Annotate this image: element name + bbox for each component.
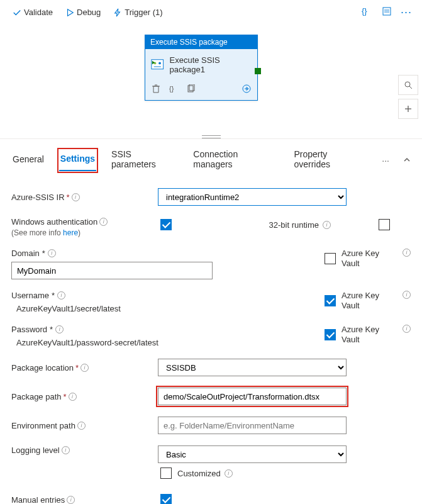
check-icon xyxy=(13,8,21,17)
info-icon[interactable] xyxy=(57,291,65,300)
password-label: Password xyxy=(11,325,47,334)
canvas-side-rail xyxy=(398,75,418,119)
lightning-icon xyxy=(113,8,122,17)
tab-ssis-parameters[interactable]: SSIS parameters xyxy=(110,145,178,176)
domain-input[interactable] xyxy=(11,262,213,279)
svg-text:{}: {} xyxy=(362,6,367,16)
svg-point-12 xyxy=(405,82,410,87)
svg-rect-1 xyxy=(383,8,391,15)
username-akv-checkbox[interactable] xyxy=(325,295,336,306)
domain-akv-checkbox[interactable] xyxy=(325,253,336,264)
package-location-label: Package location xyxy=(11,363,74,372)
windows-auth-label: Windows authentication xyxy=(11,217,97,227)
username-value: AzureKeyVault1/secret/latest xyxy=(11,304,317,313)
windows-auth-subtext: (See more info here) xyxy=(11,228,153,237)
info-icon[interactable] xyxy=(62,446,70,454)
tab-connection-managers[interactable]: Connection managers xyxy=(192,145,279,176)
package-location-select[interactable]: SSISDB xyxy=(158,359,347,376)
info-icon[interactable] xyxy=(55,325,64,333)
settings-form: Azure-SSIS IR * integrationRuntime2 Wind… xyxy=(0,176,422,504)
info-icon[interactable] xyxy=(99,218,108,226)
info-icon[interactable] xyxy=(67,496,75,504)
svg-line-13 xyxy=(409,86,412,89)
overflow-menu[interactable]: ··· xyxy=(398,6,414,19)
runtime32-checkbox[interactable] xyxy=(379,219,390,230)
svg-point-6 xyxy=(158,62,161,65)
node-title: Execute SSIS package1 xyxy=(170,55,252,74)
delete-icon[interactable] xyxy=(152,84,160,95)
package-path-label: Package path xyxy=(11,392,62,401)
password-value: AzureKeyVault1/password-secret/latest xyxy=(11,338,317,347)
validate-button[interactable]: Validate xyxy=(8,5,58,20)
node-output-connector[interactable] xyxy=(255,68,261,74)
password-akv-checkbox[interactable] xyxy=(325,329,336,340)
info-icon[interactable] xyxy=(77,422,86,430)
domain-label: Domain xyxy=(11,249,40,258)
pipeline-canvas: Execute SSIS package Execute SSIS packag… xyxy=(0,25,422,135)
manual-entries-label: Manual entries xyxy=(11,495,65,505)
braces-icon[interactable]: {} xyxy=(169,84,178,95)
package-path-input[interactable] xyxy=(158,388,347,405)
username-label: Username xyxy=(11,291,49,300)
run-arrow-icon[interactable] xyxy=(242,84,251,95)
tab-bar: General Settings SSIS parameters Connect… xyxy=(0,138,422,176)
akv-label: Azure Key Vault xyxy=(341,325,397,344)
info-icon[interactable] xyxy=(48,249,56,257)
svg-rect-4 xyxy=(152,60,164,69)
tab-property-overrides[interactable]: Property overrides xyxy=(292,145,365,176)
logging-customized-checkbox[interactable] xyxy=(160,468,172,479)
info-icon[interactable] xyxy=(403,291,411,299)
info-icon[interactable] xyxy=(81,364,89,372)
trigger-button[interactable]: Trigger (1) xyxy=(108,5,167,20)
azure-ssis-ir-label: Azure-SSIS IR xyxy=(11,193,65,202)
copy-icon[interactable] xyxy=(187,84,196,95)
logging-customized-label: Customized xyxy=(177,469,221,478)
debug-label: Debug xyxy=(77,8,101,17)
info-icon[interactable] xyxy=(403,325,411,333)
see-more-info-link[interactable]: here xyxy=(63,228,78,237)
info-icon[interactable] xyxy=(225,469,233,478)
debug-button[interactable]: Debug xyxy=(60,5,106,20)
collapse-panel-button[interactable] xyxy=(403,155,411,165)
manual-entries-checkbox[interactable] xyxy=(160,494,172,504)
ssis-package-icon xyxy=(150,57,165,72)
logging-level-label: Logging level xyxy=(11,445,60,455)
environment-path-input[interactable] xyxy=(158,417,347,434)
validate-label: Validate xyxy=(24,8,53,17)
node-body: Execute SSIS package1 xyxy=(145,49,257,81)
svg-text:{}: {} xyxy=(169,85,174,92)
akv-label: Azure Key Vault xyxy=(341,249,397,268)
chevron-up-icon xyxy=(403,156,411,164)
add-icon[interactable] xyxy=(398,99,418,119)
search-icon[interactable] xyxy=(398,75,418,95)
info-icon[interactable] xyxy=(69,393,77,401)
environment-path-label: Environment path xyxy=(11,421,75,430)
akv-label: Azure Key Vault xyxy=(341,291,397,310)
runtime32-label: 32-bit runtime xyxy=(269,220,319,230)
code-icon[interactable] xyxy=(378,4,396,21)
braces-icon[interactable]: {} xyxy=(358,4,375,21)
tab-settings[interactable]: Settings xyxy=(59,150,96,171)
node-header: Execute SSIS package xyxy=(145,35,257,49)
azure-ssis-ir-select[interactable]: integrationRuntime2 xyxy=(158,188,347,206)
tabs-overflow[interactable]: ··· xyxy=(379,155,389,165)
info-icon[interactable] xyxy=(323,221,331,229)
info-icon[interactable] xyxy=(72,193,80,201)
logging-level-select[interactable]: Basic xyxy=(158,445,347,463)
trigger-label: Trigger (1) xyxy=(125,8,162,17)
tab-general[interactable]: General xyxy=(11,150,45,171)
top-toolbar: Validate Debug Trigger (1) {} ··· xyxy=(0,0,422,25)
windows-auth-checkbox[interactable] xyxy=(160,219,172,230)
activity-node[interactable]: Execute SSIS package Execute SSIS packag… xyxy=(145,35,258,101)
info-icon[interactable] xyxy=(403,249,411,257)
play-icon xyxy=(65,8,74,17)
node-actions: {} xyxy=(145,81,257,100)
